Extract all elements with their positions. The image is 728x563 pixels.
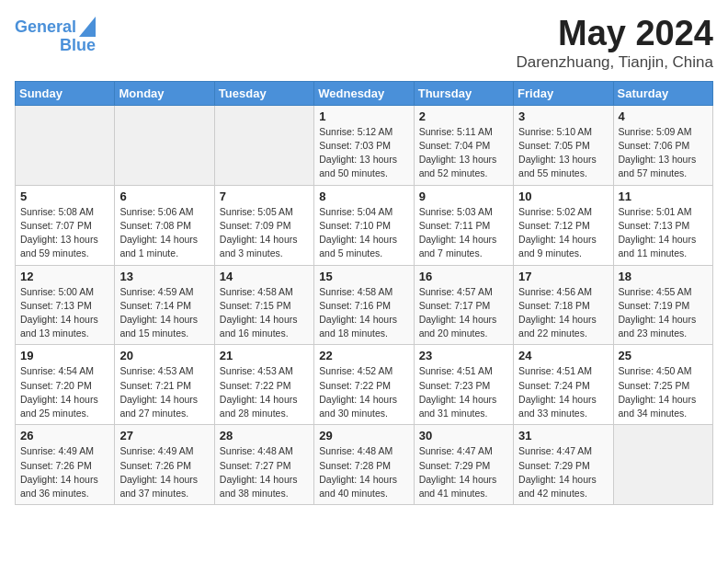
- day-info: Sunrise: 5:05 AM Sunset: 7:09 PM Dayligh…: [220, 205, 309, 261]
- weekday-header-row: SundayMondayTuesdayWednesdayThursdayFrid…: [16, 81, 713, 105]
- day-number: 8: [319, 190, 408, 203]
- day-info: Sunrise: 5:04 AM Sunset: 7:10 PM Dayligh…: [319, 205, 408, 261]
- calendar-cell: 25Sunrise: 4:50 AM Sunset: 7:25 PM Dayli…: [613, 345, 712, 425]
- weekday-header-saturday: Saturday: [613, 81, 712, 105]
- day-info: Sunrise: 4:58 AM Sunset: 7:15 PM Dayligh…: [220, 285, 309, 341]
- calendar-cell: 23Sunrise: 4:51 AM Sunset: 7:23 PM Dayli…: [414, 345, 513, 425]
- day-number: 7: [220, 190, 309, 203]
- calendar-cell: 15Sunrise: 4:58 AM Sunset: 7:16 PM Dayli…: [314, 265, 414, 345]
- calendar-cell: 26Sunrise: 4:49 AM Sunset: 7:26 PM Dayli…: [16, 425, 115, 505]
- day-number: 11: [619, 190, 708, 203]
- day-info: Sunrise: 4:56 AM Sunset: 7:18 PM Dayligh…: [518, 285, 608, 341]
- calendar-cell: [16, 105, 115, 185]
- calendar-cell: 4Sunrise: 5:09 AM Sunset: 7:06 PM Daylig…: [613, 105, 712, 185]
- weekday-header-tuesday: Tuesday: [214, 81, 313, 105]
- calendar-week-3: 12Sunrise: 5:00 AM Sunset: 7:13 PM Dayli…: [16, 265, 713, 345]
- day-number: 5: [20, 190, 109, 203]
- calendar-week-5: 26Sunrise: 4:49 AM Sunset: 7:26 PM Dayli…: [16, 425, 713, 505]
- calendar-cell: [613, 425, 712, 505]
- day-info: Sunrise: 5:06 AM Sunset: 7:08 PM Dayligh…: [119, 205, 209, 261]
- day-info: Sunrise: 5:09 AM Sunset: 7:06 PM Dayligh…: [619, 125, 708, 181]
- day-number: 26: [20, 429, 109, 442]
- day-number: 17: [518, 270, 608, 283]
- day-info: Sunrise: 4:48 AM Sunset: 7:27 PM Dayligh…: [220, 444, 309, 500]
- calendar-cell: 24Sunrise: 4:51 AM Sunset: 7:24 PM Dayli…: [514, 345, 613, 425]
- calendar-cell: 8Sunrise: 5:04 AM Sunset: 7:10 PM Daylig…: [314, 185, 414, 265]
- day-info: Sunrise: 4:53 AM Sunset: 7:22 PM Dayligh…: [220, 364, 309, 420]
- day-number: 16: [419, 270, 508, 283]
- weekday-header-monday: Monday: [115, 81, 214, 105]
- day-number: 20: [119, 349, 209, 362]
- day-info: Sunrise: 5:01 AM Sunset: 7:13 PM Dayligh…: [619, 205, 708, 261]
- day-number: 24: [518, 349, 608, 362]
- title-block: May 2024 Darenzhuang, Tianjin, China: [516, 15, 713, 72]
- day-info: Sunrise: 4:51 AM Sunset: 7:23 PM Dayligh…: [419, 364, 508, 420]
- weekday-header-sunday: Sunday: [16, 81, 115, 105]
- calendar-cell: 1Sunrise: 5:12 AM Sunset: 7:03 PM Daylig…: [314, 105, 414, 185]
- day-number: 9: [419, 190, 508, 203]
- day-info: Sunrise: 4:57 AM Sunset: 7:17 PM Dayligh…: [419, 285, 508, 341]
- calendar-cell: 29Sunrise: 4:48 AM Sunset: 7:28 PM Dayli…: [314, 425, 414, 505]
- day-info: Sunrise: 4:51 AM Sunset: 7:24 PM Dayligh…: [518, 364, 608, 420]
- calendar-table: SundayMondayTuesdayWednesdayThursdayFrid…: [15, 81, 713, 505]
- location-title: Darenzhuang, Tianjin, China: [516, 53, 713, 72]
- calendar-cell: 7Sunrise: 5:05 AM Sunset: 7:09 PM Daylig…: [214, 185, 313, 265]
- day-number: 4: [619, 109, 708, 123]
- calendar-week-4: 19Sunrise: 4:54 AM Sunset: 7:20 PM Dayli…: [16, 345, 713, 425]
- day-number: 3: [518, 109, 608, 123]
- day-number: 18: [619, 270, 708, 283]
- day-info: Sunrise: 4:50 AM Sunset: 7:25 PM Dayligh…: [619, 364, 708, 420]
- logo: General Blue: [15, 15, 96, 55]
- day-number: 31: [518, 429, 608, 442]
- day-number: 28: [220, 429, 309, 442]
- page-header: General Blue May 2024 Darenzhuang, Tianj…: [15, 15, 713, 72]
- day-number: 19: [20, 349, 109, 362]
- calendar-cell: 6Sunrise: 5:06 AM Sunset: 7:08 PM Daylig…: [115, 185, 214, 265]
- day-number: 23: [419, 349, 508, 362]
- day-info: Sunrise: 5:03 AM Sunset: 7:11 PM Dayligh…: [419, 205, 508, 261]
- calendar-cell: 20Sunrise: 4:53 AM Sunset: 7:21 PM Dayli…: [115, 345, 214, 425]
- calendar-cell: 13Sunrise: 4:59 AM Sunset: 7:14 PM Dayli…: [115, 265, 214, 345]
- day-number: 14: [220, 270, 309, 283]
- day-number: 25: [619, 349, 708, 362]
- calendar-cell: 12Sunrise: 5:00 AM Sunset: 7:13 PM Dayli…: [16, 265, 115, 345]
- day-number: 13: [119, 270, 209, 283]
- weekday-header-thursday: Thursday: [414, 81, 513, 105]
- calendar-cell: 2Sunrise: 5:11 AM Sunset: 7:04 PM Daylig…: [414, 105, 513, 185]
- calendar-cell: 9Sunrise: 5:03 AM Sunset: 7:11 PM Daylig…: [414, 185, 513, 265]
- logo-icon: [79, 17, 96, 37]
- day-info: Sunrise: 4:47 AM Sunset: 7:29 PM Dayligh…: [518, 444, 608, 500]
- day-number: 30: [419, 429, 508, 442]
- calendar-cell: 27Sunrise: 4:49 AM Sunset: 7:26 PM Dayli…: [115, 425, 214, 505]
- calendar-cell: 18Sunrise: 4:55 AM Sunset: 7:19 PM Dayli…: [613, 265, 712, 345]
- calendar-cell: [214, 105, 313, 185]
- day-info: Sunrise: 4:58 AM Sunset: 7:16 PM Dayligh…: [319, 285, 408, 341]
- day-info: Sunrise: 4:49 AM Sunset: 7:26 PM Dayligh…: [119, 444, 209, 500]
- calendar-cell: 31Sunrise: 4:47 AM Sunset: 7:29 PM Dayli…: [514, 425, 613, 505]
- day-number: 22: [319, 349, 408, 362]
- day-info: Sunrise: 4:49 AM Sunset: 7:26 PM Dayligh…: [20, 444, 109, 500]
- day-info: Sunrise: 4:54 AM Sunset: 7:20 PM Dayligh…: [20, 364, 109, 420]
- calendar-cell: 19Sunrise: 4:54 AM Sunset: 7:20 PM Dayli…: [16, 345, 115, 425]
- logo-text: General: [15, 18, 76, 37]
- svg-marker-0: [79, 17, 96, 37]
- calendar-cell: 14Sunrise: 4:58 AM Sunset: 7:15 PM Dayli…: [214, 265, 313, 345]
- day-info: Sunrise: 4:48 AM Sunset: 7:28 PM Dayligh…: [319, 444, 408, 500]
- day-number: 1: [319, 109, 408, 123]
- calendar-cell: 11Sunrise: 5:01 AM Sunset: 7:13 PM Dayli…: [613, 185, 712, 265]
- day-info: Sunrise: 4:47 AM Sunset: 7:29 PM Dayligh…: [419, 444, 508, 500]
- day-number: 15: [319, 270, 408, 283]
- calendar-cell: 3Sunrise: 5:10 AM Sunset: 7:05 PM Daylig…: [514, 105, 613, 185]
- day-number: 10: [518, 190, 608, 203]
- day-info: Sunrise: 5:11 AM Sunset: 7:04 PM Dayligh…: [419, 125, 508, 181]
- day-info: Sunrise: 4:52 AM Sunset: 7:22 PM Dayligh…: [319, 364, 408, 420]
- day-info: Sunrise: 5:02 AM Sunset: 7:12 PM Dayligh…: [518, 205, 608, 261]
- calendar-cell: 5Sunrise: 5:08 AM Sunset: 7:07 PM Daylig…: [16, 185, 115, 265]
- day-info: Sunrise: 4:53 AM Sunset: 7:21 PM Dayligh…: [119, 364, 209, 420]
- day-info: Sunrise: 5:08 AM Sunset: 7:07 PM Dayligh…: [20, 205, 109, 261]
- calendar-cell: 16Sunrise: 4:57 AM Sunset: 7:17 PM Dayli…: [414, 265, 513, 345]
- calendar-cell: 10Sunrise: 5:02 AM Sunset: 7:12 PM Dayli…: [514, 185, 613, 265]
- day-info: Sunrise: 4:55 AM Sunset: 7:19 PM Dayligh…: [619, 285, 708, 341]
- calendar-cell: 22Sunrise: 4:52 AM Sunset: 7:22 PM Dayli…: [314, 345, 414, 425]
- day-info: Sunrise: 4:59 AM Sunset: 7:14 PM Dayligh…: [119, 285, 209, 341]
